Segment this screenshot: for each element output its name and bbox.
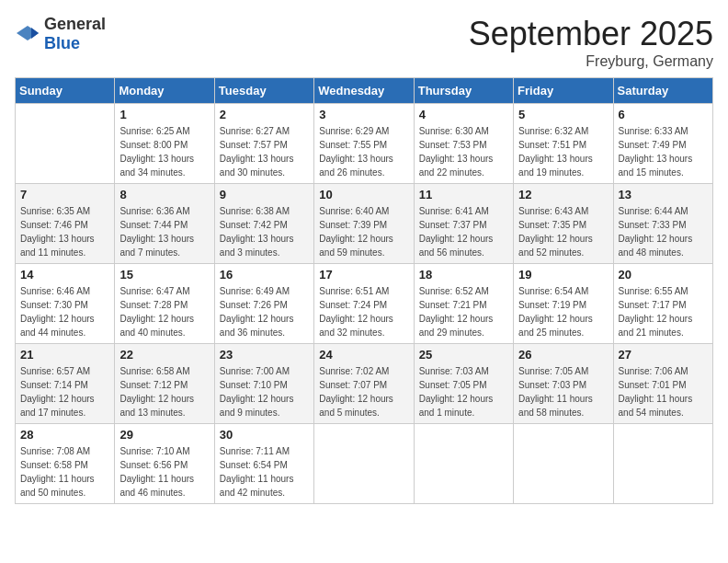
calendar-cell: 21Sunrise: 6:57 AMSunset: 7:14 PMDayligh…: [16, 344, 115, 424]
day-number: 2: [220, 108, 309, 121]
calendar-cell: 30Sunrise: 7:11 AMSunset: 6:54 PMDayligh…: [214, 424, 313, 504]
day-info: Sunrise: 7:11 AMSunset: 6:54 PMDaylight:…: [220, 444, 309, 500]
day-info: Sunrise: 6:46 AMSunset: 7:30 PMDaylight:…: [20, 284, 109, 339]
location-title: Freyburg, Germany: [469, 53, 713, 70]
day-info: Sunrise: 6:27 AMSunset: 7:57 PMDaylight:…: [220, 124, 309, 179]
calendar-cell: 3Sunrise: 6:29 AMSunset: 7:55 PMDaylight…: [314, 104, 414, 184]
calendar-cell: 29Sunrise: 7:10 AMSunset: 6:56 PMDayligh…: [115, 424, 214, 504]
calendar-cell: 19Sunrise: 6:54 AMSunset: 7:19 PMDayligh…: [514, 264, 613, 344]
calendar-cell: 20Sunrise: 6:55 AMSunset: 7:17 PMDayligh…: [613, 264, 712, 344]
logo-text: General Blue: [44, 15, 106, 53]
day-number: 26: [518, 348, 608, 362]
title-area: September 2025 Freyburg, Germany: [469, 15, 713, 70]
day-info: Sunrise: 6:52 AMSunset: 7:21 PMDaylight:…: [419, 284, 508, 339]
day-info: Sunrise: 6:51 AMSunset: 7:24 PMDaylight:…: [319, 284, 408, 339]
day-info: Sunrise: 6:30 AMSunset: 7:53 PMDaylight:…: [419, 124, 508, 179]
day-info: Sunrise: 6:32 AMSunset: 7:51 PMDaylight:…: [518, 124, 608, 179]
day-info: Sunrise: 6:58 AMSunset: 7:12 PMDaylight:…: [119, 364, 209, 419]
day-number: 19: [518, 268, 608, 282]
day-info: Sunrise: 6:43 AMSunset: 7:35 PMDaylight:…: [518, 204, 608, 259]
calendar-cell: 24Sunrise: 7:02 AMSunset: 7:07 PMDayligh…: [314, 344, 414, 424]
logo-blue: Blue: [44, 34, 80, 52]
day-number: 1: [119, 108, 209, 121]
calendar-cell: 28Sunrise: 7:08 AMSunset: 6:58 PMDayligh…: [16, 424, 115, 504]
day-number: 29: [119, 428, 209, 442]
day-number: 11: [419, 188, 508, 201]
day-info: Sunrise: 7:08 AMSunset: 6:58 PMDaylight:…: [20, 444, 109, 500]
day-number: 22: [119, 348, 209, 362]
calendar-cell: 27Sunrise: 7:06 AMSunset: 7:01 PMDayligh…: [613, 344, 712, 424]
day-info: Sunrise: 7:05 AMSunset: 7:03 PMDaylight:…: [518, 364, 608, 419]
logo: General Blue: [15, 15, 106, 53]
day-number: 30: [220, 428, 309, 442]
header-thursday: Thursday: [414, 78, 513, 104]
week-row-3: 21Sunrise: 6:57 AMSunset: 7:14 PMDayligh…: [16, 344, 713, 424]
calendar-cell: 10Sunrise: 6:40 AMSunset: 7:39 PMDayligh…: [314, 184, 414, 264]
calendar-cell: [613, 424, 712, 504]
day-info: Sunrise: 6:36 AMSunset: 7:44 PMDaylight:…: [119, 204, 209, 259]
calendar-cell: 23Sunrise: 7:00 AMSunset: 7:10 PMDayligh…: [214, 344, 313, 424]
calendar-cell: 6Sunrise: 6:33 AMSunset: 7:49 PMDaylight…: [613, 104, 712, 184]
logo-general: General: [44, 15, 106, 33]
header-saturday: Saturday: [613, 78, 712, 104]
day-number: 6: [619, 108, 708, 121]
calendar-cell: [414, 424, 513, 504]
calendar-cell: 12Sunrise: 6:43 AMSunset: 7:35 PMDayligh…: [514, 184, 613, 264]
day-number: 4: [419, 108, 508, 121]
calendar-cell: 14Sunrise: 6:46 AMSunset: 7:30 PMDayligh…: [16, 264, 115, 344]
week-row-1: 7Sunrise: 6:35 AMSunset: 7:46 PMDaylight…: [16, 184, 713, 264]
day-info: Sunrise: 6:55 AMSunset: 7:17 PMDaylight:…: [619, 284, 708, 339]
calendar-cell: 1Sunrise: 6:25 AMSunset: 8:00 PMDaylight…: [115, 104, 214, 184]
week-row-2: 14Sunrise: 6:46 AMSunset: 7:30 PMDayligh…: [16, 264, 713, 344]
month-title: September 2025: [469, 15, 713, 53]
day-number: 3: [319, 108, 408, 121]
calendar-cell: 18Sunrise: 6:52 AMSunset: 7:21 PMDayligh…: [414, 264, 513, 344]
calendar-cell: 25Sunrise: 7:03 AMSunset: 7:05 PMDayligh…: [414, 344, 513, 424]
day-info: Sunrise: 6:25 AMSunset: 8:00 PMDaylight:…: [119, 124, 209, 179]
day-info: Sunrise: 7:00 AMSunset: 7:10 PMDaylight:…: [220, 364, 309, 419]
day-number: 5: [518, 108, 608, 121]
day-number: 18: [419, 268, 508, 282]
day-number: 14: [20, 268, 109, 282]
header-monday: Monday: [115, 78, 214, 104]
day-number: 21: [20, 348, 109, 362]
calendar-cell: [16, 104, 115, 184]
calendar-cell: 11Sunrise: 6:41 AMSunset: 7:37 PMDayligh…: [414, 184, 513, 264]
logo-icon: [15, 24, 40, 44]
header-wednesday: Wednesday: [314, 78, 414, 104]
calendar-cell: [514, 424, 613, 504]
header-sunday: Sunday: [16, 78, 115, 104]
calendar-cell: 26Sunrise: 7:05 AMSunset: 7:03 PMDayligh…: [514, 344, 613, 424]
day-info: Sunrise: 6:44 AMSunset: 7:33 PMDaylight:…: [619, 204, 708, 259]
calendar-cell: [314, 424, 414, 504]
day-info: Sunrise: 7:03 AMSunset: 7:05 PMDaylight:…: [419, 364, 508, 419]
day-number: 17: [319, 268, 408, 282]
day-number: 20: [619, 268, 708, 282]
day-info: Sunrise: 6:35 AMSunset: 7:46 PMDaylight:…: [20, 204, 109, 259]
calendar-cell: 8Sunrise: 6:36 AMSunset: 7:44 PMDaylight…: [115, 184, 214, 264]
day-info: Sunrise: 6:33 AMSunset: 7:49 PMDaylight:…: [619, 124, 708, 179]
day-number: 28: [20, 428, 109, 442]
day-number: 23: [220, 348, 309, 362]
calendar-cell: 7Sunrise: 6:35 AMSunset: 7:46 PMDaylight…: [16, 184, 115, 264]
calendar-cell: 5Sunrise: 6:32 AMSunset: 7:51 PMDaylight…: [514, 104, 613, 184]
day-number: 7: [20, 188, 109, 201]
calendar-cell: 17Sunrise: 6:51 AMSunset: 7:24 PMDayligh…: [314, 264, 414, 344]
calendar-cell: 16Sunrise: 6:49 AMSunset: 7:26 PMDayligh…: [214, 264, 313, 344]
calendar-cell: 4Sunrise: 6:30 AMSunset: 7:53 PMDaylight…: [414, 104, 513, 184]
day-number: 12: [518, 188, 608, 201]
calendar-header-row: SundayMondayTuesdayWednesdayThursdayFrid…: [16, 78, 713, 104]
day-info: Sunrise: 6:29 AMSunset: 7:55 PMDaylight:…: [319, 124, 408, 179]
day-info: Sunrise: 6:41 AMSunset: 7:37 PMDaylight:…: [419, 204, 508, 259]
calendar-cell: 9Sunrise: 6:38 AMSunset: 7:42 PMDaylight…: [214, 184, 313, 264]
calendar-table: SundayMondayTuesdayWednesdayThursdayFrid…: [15, 77, 713, 504]
day-info: Sunrise: 6:38 AMSunset: 7:42 PMDaylight:…: [220, 204, 309, 259]
day-number: 9: [220, 188, 309, 201]
day-info: Sunrise: 7:02 AMSunset: 7:07 PMDaylight:…: [319, 364, 408, 419]
day-number: 16: [220, 268, 309, 282]
calendar-cell: 22Sunrise: 6:58 AMSunset: 7:12 PMDayligh…: [115, 344, 214, 424]
day-number: 24: [319, 348, 408, 362]
day-number: 27: [619, 348, 708, 362]
day-info: Sunrise: 7:06 AMSunset: 7:01 PMDaylight:…: [619, 364, 708, 419]
day-number: 10: [319, 188, 408, 201]
